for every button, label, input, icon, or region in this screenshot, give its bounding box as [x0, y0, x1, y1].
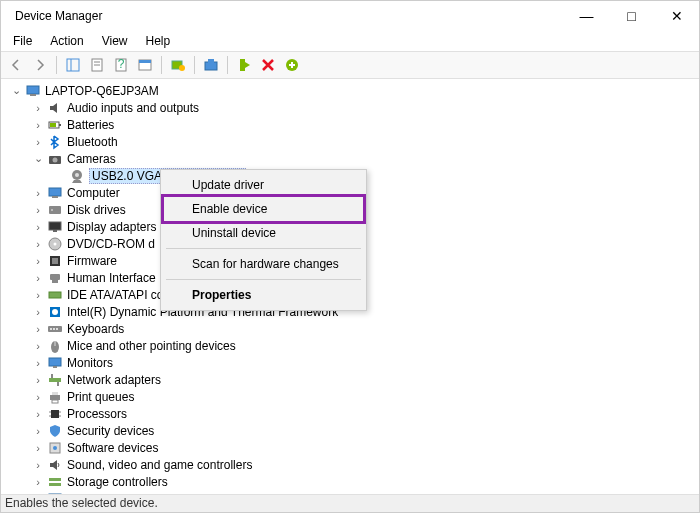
- tree-category[interactable]: ›Sound, video and game controllers: [1, 456, 699, 473]
- maximize-button[interactable]: □: [609, 1, 654, 31]
- expand-icon[interactable]: ›: [31, 135, 45, 149]
- category-icon: [47, 253, 63, 269]
- svg-point-13: [179, 65, 185, 71]
- expand-icon[interactable]: ›: [31, 237, 45, 251]
- svg-rect-22: [50, 123, 56, 127]
- expand-icon[interactable]: ›: [31, 424, 45, 438]
- menu-view[interactable]: View: [94, 32, 136, 50]
- minimize-button[interactable]: —: [564, 1, 609, 31]
- add-hardware-button[interactable]: [281, 54, 303, 76]
- tree-category[interactable]: ›Batteries: [1, 116, 699, 133]
- svg-rect-56: [51, 410, 59, 418]
- collapse-icon[interactable]: ⌄: [31, 152, 45, 166]
- category-label: Cameras: [67, 152, 116, 166]
- back-button[interactable]: [5, 54, 27, 76]
- expand-icon[interactable]: ›: [31, 203, 45, 217]
- category-label: Firmware: [67, 254, 117, 268]
- category-icon: [47, 321, 63, 337]
- svg-rect-53: [50, 395, 60, 400]
- category-label: Keyboards: [67, 322, 124, 336]
- toolbar-separator: [194, 56, 195, 74]
- svg-rect-29: [49, 206, 61, 214]
- tree-category[interactable]: ⌄Cameras: [1, 150, 699, 167]
- tree-category[interactable]: ›Print queues: [1, 388, 699, 405]
- properties-button[interactable]: [86, 54, 108, 76]
- expand-icon[interactable]: ›: [31, 407, 45, 421]
- category-icon: [47, 423, 63, 439]
- tree-category[interactable]: ›Software devices: [1, 439, 699, 456]
- expand-icon[interactable]: ›: [31, 288, 45, 302]
- context-menu: Update driver Enable device Uninstall de…: [160, 169, 367, 311]
- tree-category[interactable]: ›Mice and other pointing devices: [1, 337, 699, 354]
- svg-rect-50: [49, 378, 61, 382]
- svg-rect-18: [27, 86, 39, 94]
- ctx-uninstall-device[interactable]: Uninstall device: [164, 221, 363, 245]
- scan-hardware-button[interactable]: [200, 54, 222, 76]
- show-hide-tree-button[interactable]: [62, 54, 84, 76]
- expand-icon[interactable]: ›: [31, 186, 45, 200]
- expand-icon[interactable]: ›: [31, 390, 45, 404]
- enable-button[interactable]: [233, 54, 255, 76]
- statusbar-text: Enables the selected device.: [5, 496, 158, 510]
- expand-icon[interactable]: ›: [31, 220, 45, 234]
- svg-rect-36: [52, 258, 58, 264]
- tree-category[interactable]: ›Storage controllers: [1, 473, 699, 490]
- update-driver-button[interactable]: [167, 54, 189, 76]
- help-button[interactable]: ?: [110, 54, 132, 76]
- ctx-scan-hardware[interactable]: Scan for hardware changes: [164, 252, 363, 276]
- svg-rect-39: [49, 292, 61, 298]
- svg-rect-51: [51, 374, 53, 378]
- category-label: Software devices: [67, 441, 158, 455]
- svg-rect-63: [49, 478, 61, 481]
- expand-icon[interactable]: ›: [31, 441, 45, 455]
- expand-icon[interactable]: ›: [31, 118, 45, 132]
- category-icon: [47, 457, 63, 473]
- menu-help[interactable]: Help: [138, 32, 179, 50]
- category-label: Audio inputs and outputs: [67, 101, 199, 115]
- tree-category[interactable]: ›Processors: [1, 405, 699, 422]
- spacer: [53, 169, 67, 183]
- category-icon: [47, 287, 63, 303]
- toolbar: ?: [1, 51, 699, 79]
- toolbar-separator: [227, 56, 228, 74]
- category-icon: [47, 219, 63, 235]
- svg-point-30: [51, 209, 53, 211]
- svg-rect-38: [52, 280, 58, 283]
- expand-icon[interactable]: ›: [31, 475, 45, 489]
- menu-file[interactable]: File: [5, 32, 40, 50]
- tree-category[interactable]: ›Audio inputs and outputs: [1, 99, 699, 116]
- tree-category[interactable]: ›Security devices: [1, 422, 699, 439]
- svg-rect-54: [52, 392, 58, 395]
- expand-icon[interactable]: ›: [31, 339, 45, 353]
- tree-root[interactable]: ⌄ LAPTOP-Q6EJP3AM: [1, 82, 699, 99]
- ctx-enable-device[interactable]: Enable device: [164, 197, 363, 221]
- tree-category[interactable]: ›Keyboards: [1, 320, 699, 337]
- tree-category[interactable]: ›Bluetooth: [1, 133, 699, 150]
- expand-icon[interactable]: ›: [31, 458, 45, 472]
- ctx-separator: [166, 279, 361, 280]
- tree-category[interactable]: ›Monitors: [1, 354, 699, 371]
- expand-icon[interactable]: ›: [31, 101, 45, 115]
- menu-action[interactable]: Action: [42, 32, 91, 50]
- forward-button[interactable]: [29, 54, 51, 76]
- expand-icon[interactable]: ›: [31, 373, 45, 387]
- expand-icon[interactable]: ›: [31, 271, 45, 285]
- ctx-properties[interactable]: Properties: [164, 283, 363, 307]
- uninstall-button[interactable]: [257, 54, 279, 76]
- expand-icon[interactable]: ›: [31, 322, 45, 336]
- tree-category[interactable]: ›Network adapters: [1, 371, 699, 388]
- svg-point-62: [53, 446, 57, 450]
- collapse-icon[interactable]: ⌄: [9, 84, 23, 98]
- svg-point-26: [75, 173, 79, 177]
- category-icon: [47, 236, 63, 252]
- expand-icon[interactable]: ›: [31, 254, 45, 268]
- close-button[interactable]: ✕: [654, 1, 699, 31]
- category-icon: [47, 338, 63, 354]
- action-button[interactable]: [134, 54, 156, 76]
- category-label: DVD/CD-ROM d: [67, 237, 155, 251]
- svg-rect-45: [56, 328, 58, 330]
- expand-icon[interactable]: ›: [31, 305, 45, 319]
- category-icon: [47, 389, 63, 405]
- svg-rect-15: [208, 59, 214, 63]
- expand-icon[interactable]: ›: [31, 356, 45, 370]
